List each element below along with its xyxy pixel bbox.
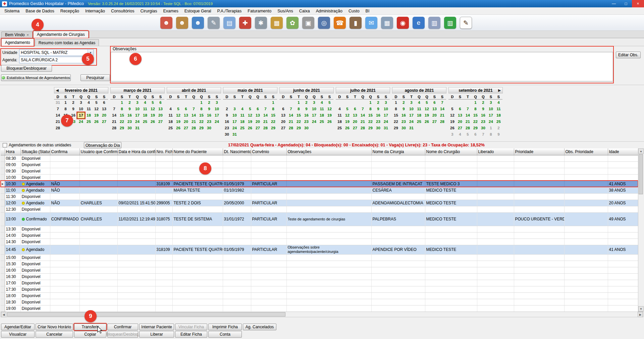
calendar-day[interactable]: 23: [223, 125, 231, 131]
calendar-day[interactable]: 5: [448, 106, 456, 112]
calendar-day[interactable]: 27: [351, 125, 359, 131]
calendar-day[interactable]: 21: [287, 119, 295, 125]
calendar-day[interactable]: 31: [382, 125, 390, 131]
calendar-day[interactable]: 10: [133, 106, 141, 112]
grid-row-1400[interactable]: 14:00Disponível: [1, 232, 638, 239]
calendar-day[interactable]: 13: [279, 112, 287, 119]
calendar-day[interactable]: 12: [93, 106, 100, 112]
action-confirmar[interactable]: Confirmar: [107, 324, 138, 330]
action-transferir[interactable]: Transferir: [74, 324, 106, 330]
bloquear-desbloquear-button[interactable]: Bloquear/Desbloquear: [1, 65, 52, 72]
calendar-day[interactable]: 29: [367, 125, 374, 131]
column-header-confirma[interactable]: Confirma: [50, 148, 79, 155]
phone-icon[interactable]: ☎: [334, 17, 346, 29]
calendar-day[interactable]: 7: [479, 131, 487, 138]
calendar-day[interactable]: 22: [295, 119, 303, 125]
calendar-day[interactable]: 30: [205, 125, 213, 131]
calendar-day[interactable]: 2: [495, 125, 502, 131]
calendar-day[interactable]: 31: [231, 131, 238, 138]
calendar-day[interactable]: 23: [400, 119, 408, 125]
calendar-day[interactable]: 4: [336, 106, 343, 112]
calendar-day[interactable]: 21: [438, 112, 446, 119]
menu-item-consultorios[interactable]: Consultórios: [108, 8, 137, 14]
calendar-day[interactable]: 6: [351, 106, 359, 112]
column-header-obs-prioridade[interactable]: Obs. Prioridade: [564, 148, 608, 155]
calendar-day[interactable]: 15: [367, 112, 374, 119]
scroll-left-icon[interactable]: ◀: [1, 312, 6, 317]
patients-group-icon[interactable]: ☻: [160, 17, 172, 29]
vertical-scroll-thumb[interactable]: [639, 154, 643, 194]
other-units-checkbox[interactable]: [3, 143, 7, 147]
horizontal-scrollbar[interactable]: ◀ ▶: [1, 312, 643, 317]
calendar-day[interactable]: 2: [69, 99, 77, 106]
menu-item-internacao[interactable]: Internação: [82, 8, 108, 14]
calendar-next-icon[interactable]: ▶: [498, 88, 501, 92]
vertical-scrollbar[interactable]: ▲ ▼: [638, 148, 643, 312]
calendar-day[interactable]: 30: [479, 125, 487, 131]
grid-row-1900[interactable]: 19:00Disponível: [1, 305, 638, 312]
calendar-day[interactable]: 29: [118, 125, 126, 131]
safe-icon[interactable]: ▣: [302, 17, 314, 29]
calendar-day[interactable]: 15: [198, 112, 205, 119]
column-header-convenio[interactable]: Convênio: [251, 148, 286, 155]
calendar-day[interactable]: 13: [157, 106, 164, 112]
calendar-day[interactable]: 5: [343, 106, 351, 112]
calendar-day[interactable]: 3: [77, 99, 85, 106]
calendar-day[interactable]: 14: [464, 112, 472, 119]
calendar-day[interactable]: 26: [326, 119, 333, 125]
calendar-day[interactable]: 8: [118, 106, 126, 112]
calendar-day[interactable]: 20: [100, 112, 108, 119]
calendar-day[interactable]: 7: [54, 106, 62, 112]
calendar-day[interactable]: 19: [174, 119, 182, 125]
calendar-day[interactable]: 27: [279, 125, 287, 131]
calendar-day[interactable]: 18: [238, 119, 246, 125]
calendar-day[interactable]: 16: [205, 112, 213, 119]
calendar-day[interactable]: 24: [231, 125, 238, 131]
calendar-day[interactable]: 29: [472, 125, 479, 131]
action-visualizar[interactable]: Visualizar: [1, 331, 35, 338]
calendar-day[interactable]: 29: [198, 125, 205, 131]
calendar-day[interactable]: 6: [157, 99, 164, 106]
calendar-day[interactable]: 4: [167, 106, 174, 112]
calendar-day[interactable]: 14: [54, 112, 62, 119]
calendar-day[interactable]: 10: [213, 106, 221, 112]
calendar-day[interactable]: 9: [479, 106, 487, 112]
scroll-up-icon[interactable]: ▲: [638, 148, 644, 154]
calendar-day[interactable]: 6: [100, 99, 108, 106]
calendar-day[interactable]: 6: [431, 99, 438, 106]
action-liberar[interactable]: Liberar: [139, 331, 174, 338]
grid-row-1600[interactable]: 16:00Disponível: [1, 267, 638, 273]
action-criar-novo-horario[interactable]: Criar Novo Horário: [36, 324, 73, 330]
calendar-day[interactable]: 2: [223, 106, 231, 112]
menu-item-caixa[interactable]: Caixa: [296, 8, 313, 14]
calendar-day[interactable]: 1: [198, 99, 205, 106]
observacao-do-dia-button[interactable]: Observação do Dia: [84, 142, 121, 148]
column-header-hora[interactable]: Hora: [5, 148, 20, 155]
calendar-day[interactable]: 1: [118, 99, 126, 106]
calendar-day[interactable]: 19: [343, 119, 351, 125]
grid-row-0930[interactable]: 09:30Disponível: [1, 168, 638, 174]
calendar-day[interactable]: 14: [262, 112, 269, 119]
chevron-down-icon[interactable]: ▼: [88, 50, 93, 56]
calendar-day[interactable]: 20: [157, 112, 164, 119]
calendar-day[interactable]: 21: [190, 119, 198, 125]
scroll-right-icon[interactable]: ▶: [638, 312, 643, 317]
calendar-day[interactable]: 15: [295, 112, 303, 119]
calendar-day[interactable]: 11: [141, 106, 149, 112]
calendar-day[interactable]: 3: [408, 99, 415, 106]
calendar-day[interactable]: 20: [254, 119, 262, 125]
calendar-day[interactable]: 8: [62, 106, 69, 112]
chart-icon[interactable]: ▥: [444, 17, 456, 29]
calendar-day[interactable]: 27: [100, 119, 108, 125]
calendar-day[interactable]: 15: [392, 112, 400, 119]
calendar-day[interactable]: 26: [174, 125, 182, 131]
column-header-nome-do-paciente[interactable]: Nome do Paciente: [172, 148, 223, 155]
calendar-day[interactable]: 24: [77, 119, 85, 125]
calendar-day[interactable]: 19: [149, 112, 157, 119]
calendar-day[interactable]: 4: [415, 99, 423, 106]
grid-row-1300[interactable]: 13:00ConfirmadoCONFIRMADOCHARLLES11/02/2…: [1, 212, 638, 226]
calendar-day[interactable]: 22: [392, 119, 400, 125]
unidade-select[interactable]: HOSPITAL SQL - MATRIZ ▼: [19, 49, 94, 56]
menu-item-estoque-geral[interactable]: Estoque Geral: [181, 8, 214, 14]
calendar-day[interactable]: 26: [423, 119, 431, 125]
